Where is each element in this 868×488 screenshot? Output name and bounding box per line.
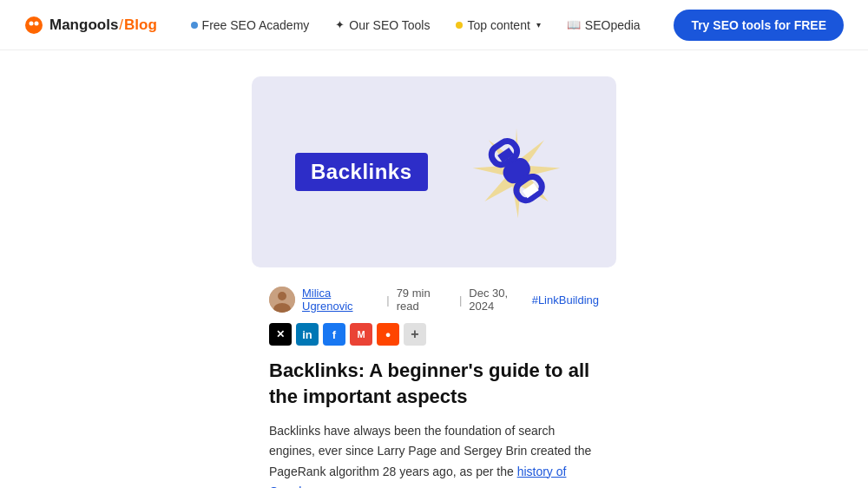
nav-dot-yellow [456, 22, 463, 29]
share-x-button[interactable]: ✕ [269, 323, 292, 346]
article-tag[interactable]: #LinkBuilding [532, 293, 599, 307]
chevron-down-icon: ▾ [536, 20, 541, 30]
share-facebook-button[interactable]: f [323, 323, 345, 346]
svg-point-10 [278, 292, 286, 300]
nav-our-seo-tools-label: Our SEO Tools [349, 18, 430, 32]
nav-seopedia[interactable]: 📖 SEOpedia [556, 13, 651, 37]
chain-icon [480, 135, 554, 209]
mangools-icon [24, 16, 43, 35]
publish-date: Dec 30, 2024 [469, 287, 531, 313]
nav-links: Free SEO Academy ✦ Our SEO Tools Top con… [181, 13, 651, 37]
author-name[interactable]: Milica Ugrenovic [302, 287, 379, 313]
article-section: Milica Ugrenovic | 79 min read | Dec 30,… [252, 287, 616, 488]
share-gmail-button[interactable]: M [350, 323, 372, 346]
nav-our-seo-tools[interactable]: ✦ Our SEO Tools [325, 13, 440, 37]
share-linkedin-button[interactable]: in [296, 323, 319, 346]
chain-illustration [460, 115, 573, 228]
article-meta: Milica Ugrenovic | 79 min read | Dec 30,… [269, 287, 599, 313]
article-body-1: Backlinks have always been the foundatio… [269, 421, 599, 488]
nav-seopedia-label: SEOpedia [585, 18, 641, 32]
share-more-button[interactable]: + [404, 323, 426, 346]
nav-dot-blue [191, 22, 198, 29]
logo-slash: / [119, 16, 123, 34]
nav-free-seo-academy[interactable]: Free SEO Academy [181, 13, 320, 37]
nav-free-seo-academy-label: Free SEO Academy [202, 18, 310, 32]
nav-top-content[interactable]: Top content ▾ [445, 13, 550, 37]
logo-mangools: Mangools [49, 16, 118, 34]
navbar: Mangools / Blog Free SEO Academy ✦ Our S… [0, 0, 868, 50]
nav-book-icon: 📖 [567, 18, 581, 31]
hero-image: Backlinks [252, 76, 616, 267]
hero-section: Backlinks [0, 50, 868, 267]
author-avatar [269, 287, 295, 313]
share-reddit-button[interactable]: ● [377, 323, 399, 346]
svg-point-0 [25, 16, 43, 34]
backlinks-badge: Backlinks [295, 153, 428, 191]
meta-left: Milica Ugrenovic | 79 min read | Dec 30,… [269, 287, 532, 313]
try-cta-button[interactable]: Try SEO tools for FREE [674, 10, 844, 41]
logo-blog: Blog [124, 16, 157, 34]
site-logo[interactable]: Mangools / Blog [24, 16, 157, 35]
social-share-row: ✕ in f M ● + [269, 323, 599, 346]
svg-point-1 [30, 21, 34, 25]
nav-tools-icon: ✦ [335, 18, 345, 31]
article-title: Backlinks: A beginner's guide to all the… [269, 358, 599, 409]
read-time: 79 min read [397, 287, 452, 313]
svg-point-2 [35, 21, 39, 25]
nav-top-content-label: Top content [467, 18, 529, 32]
